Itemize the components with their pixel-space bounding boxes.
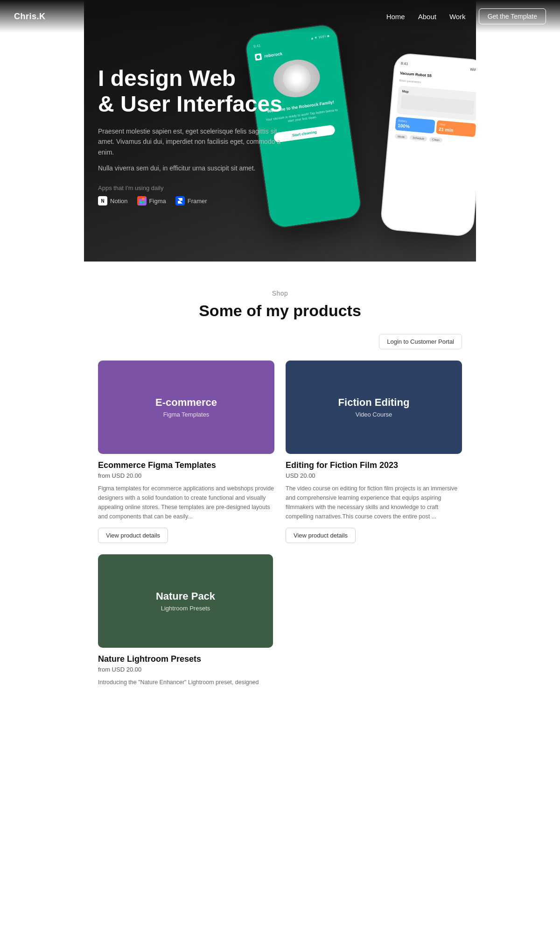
product-thumb-ecommerce: E-commerce Figma Templates <box>98 361 274 454</box>
svg-rect-4 <box>139 199 142 201</box>
app-notion: N Notion <box>98 196 128 205</box>
fiction-view-details-button[interactable]: View product details <box>286 528 356 543</box>
apps-label: Apps that I'm using daily <box>98 184 285 191</box>
hero-content: I design Web & User Interfaces Praesent … <box>98 65 285 206</box>
phone2-status: 8:41WiFi ■ <box>401 61 476 72</box>
hero-para1: Praesent molestie sapien est, eget scele… <box>98 126 285 157</box>
ecommerce-thumb-sub: Figma Templates <box>163 411 210 418</box>
app-notion-label: Notion <box>110 198 128 205</box>
ecommerce-view-details-button[interactable]: View product details <box>98 528 168 543</box>
svg-marker-6 <box>178 201 182 204</box>
phone2-battery-card: Battery 100% <box>395 117 435 134</box>
nav-work[interactable]: Work <box>449 13 466 21</box>
app-figma-label: Figma <box>149 198 166 205</box>
shop-header: Login to Customer Portal <box>98 334 462 349</box>
notion-icon: N <box>98 196 107 205</box>
nav-home[interactable]: Home <box>386 13 405 21</box>
product-thumb-nature: Nature Pack Lightroom Presets <box>98 554 273 648</box>
fiction-product-name: Editing for Fiction Film 2023 <box>286 460 462 470</box>
svg-point-3 <box>142 201 145 204</box>
fiction-overlay: Fiction Editing Video Course <box>286 361 462 454</box>
nature-product-name: Nature Lightroom Presets <box>98 654 273 664</box>
svg-rect-2 <box>139 201 142 204</box>
navbar: Chris.K Home About Work Get the Template <box>84 0 476 33</box>
ecommerce-product-desc: Figma templates for ecommerce applicatio… <box>98 484 274 521</box>
hero-headline: I design Web & User Interfaces <box>98 65 285 117</box>
nav-about[interactable]: About <box>418 13 436 21</box>
apps-list: N Notion Figma <box>98 196 285 205</box>
phone2-card1: Map <box>396 85 476 121</box>
nature-overlay: Nature Pack Lightroom Presets <box>98 554 273 648</box>
fiction-product-desc: The video course on editing for fiction … <box>286 484 462 521</box>
ecommerce-product-price: from USD 20.00 <box>98 472 274 479</box>
phone2-time-card: Time 21 min <box>436 120 476 137</box>
nature-thumb-sub: Lightroom Presets <box>161 605 210 612</box>
phone1-brand: roborock <box>264 51 283 58</box>
nav-links: Home About Work Get the Template <box>386 8 476 24</box>
nature-product-price: from USD 20.00 <box>98 666 273 673</box>
svg-rect-1 <box>142 198 145 200</box>
products-single: Nature Pack Lightroom Presets Nature Lig… <box>98 554 462 687</box>
login-portal-button[interactable]: Login to Customer Portal <box>379 334 462 349</box>
ecommerce-overlay: E-commerce Figma Templates <box>98 361 274 454</box>
product-card-fiction: Fiction Editing Video Course Editing for… <box>286 361 462 543</box>
product-card-ecommerce: E-commerce Figma Templates Ecommerce Fig… <box>98 361 274 543</box>
phone2: 8:41WiFi ■ Vacuum Robot S5 Basic paramet… <box>380 52 476 237</box>
fiction-product-price: USD 20.00 <box>286 472 462 479</box>
products-grid: E-commerce Figma Templates Ecommerce Fig… <box>98 361 462 543</box>
shop-section: Shop Some of my products Login to Custom… <box>84 262 476 715</box>
product-thumb-fiction: Fiction Editing Video Course <box>286 361 462 454</box>
hero-para2: Nulla viverra sem dui, in efficitur urna… <box>98 163 285 173</box>
nature-product-desc: Introducing the "Nature Enhancer" Lightr… <box>98 678 273 687</box>
product-card-nature: Nature Pack Lightroom Presets Nature Lig… <box>98 554 273 687</box>
framer-icon <box>175 196 185 205</box>
fiction-thumb-title: Fiction Editing <box>338 396 410 409</box>
app-framer-label: Framer <box>188 198 207 205</box>
ecommerce-thumb-title: E-commerce <box>155 396 217 409</box>
nature-thumb-title: Nature Pack <box>156 590 215 602</box>
fiction-thumb-sub: Video Course <box>356 411 392 418</box>
ecommerce-product-name: Ecommerce Figma Templates <box>98 460 274 470</box>
app-figma: Figma <box>137 196 166 205</box>
app-framer: Framer <box>175 196 207 205</box>
hero-section: I design Web & User Interfaces Praesent … <box>84 0 476 262</box>
svg-marker-5 <box>178 198 182 201</box>
shop-section-label: Shop <box>98 290 462 297</box>
shop-section-title: Some of my products <box>98 302 462 320</box>
figma-icon <box>137 196 147 205</box>
